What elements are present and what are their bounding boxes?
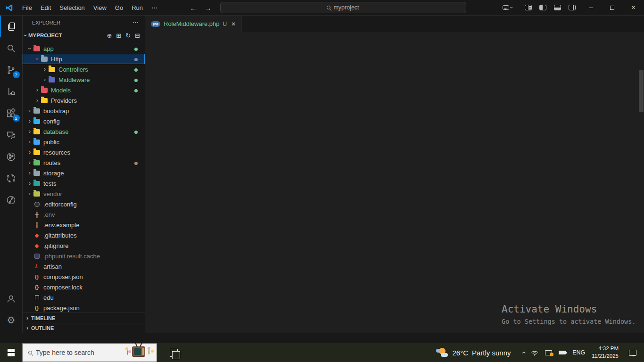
activity-chat[interactable]: [0, 124, 23, 146]
tree-item-Models[interactable]: ›Models: [23, 85, 145, 95]
search-highlight-decoration[interactable]: [122, 344, 156, 362]
activity-gitlens[interactable]: [0, 189, 23, 211]
tree-item-gitattributes[interactable]: ◆.gitattributes: [23, 230, 145, 240]
menu-item-selection[interactable]: Selection: [55, 2, 89, 13]
panel-timeline[interactable]: ›TIMELINE: [23, 313, 145, 323]
tree-item-public[interactable]: ›public: [23, 137, 145, 147]
display-connect-icon[interactable]: [545, 350, 552, 355]
tree-item-label: tests: [43, 180, 56, 187]
panel-outline[interactable]: ›OUTLINE: [23, 323, 145, 333]
git-status-dot: [134, 89, 138, 92]
tree-item-tests[interactable]: ›tests: [23, 178, 145, 189]
toggle-secondary-sidebar-icon[interactable]: [569, 5, 576, 10]
customize-layout-icon[interactable]: [525, 5, 532, 10]
tree-item-Providers[interactable]: ›Providers: [23, 95, 145, 106]
tree-item-storage[interactable]: ›storage: [23, 168, 145, 178]
restore-button[interactable]: [602, 0, 623, 15]
tree-item-bootstrap[interactable]: ›bootstrap: [23, 106, 145, 116]
editor-group: php RoleMiddleware.php U ✕ Activate Wind…: [145, 16, 644, 333]
activity-extensions[interactable]: 1: [0, 102, 23, 124]
minimize-button[interactable]: ─: [580, 0, 602, 15]
nav-forward-button[interactable]: →: [205, 4, 212, 12]
task-view-button[interactable]: [163, 343, 184, 362]
tree-item-packagejson[interactable]: {}package.json: [23, 303, 145, 313]
start-button[interactable]: [0, 343, 22, 362]
chevron-right-icon: ›: [33, 87, 41, 93]
tree-item-database[interactable]: ›database: [23, 126, 145, 137]
new-file-icon[interactable]: ⊕: [107, 32, 112, 39]
battery-icon[interactable]: [559, 351, 566, 354]
taskbar-search-box[interactable]: Type here to search: [22, 343, 157, 362]
file-tree: ›app›Http›Controllers›Middleware›Models›…: [23, 41, 145, 313]
tree-item-Http[interactable]: ›Http: [23, 54, 145, 64]
tree-item-envexample[interactable]: ╫.env.example: [23, 220, 145, 230]
close-button[interactable]: ✕: [623, 0, 644, 15]
folder-icon: [41, 98, 48, 103]
activity-search[interactable]: [0, 37, 23, 59]
tab-close-icon[interactable]: ✕: [231, 21, 236, 27]
search-icon: [6, 43, 17, 54]
tree-item-label: .phpunit.result.cache: [43, 253, 100, 260]
activity-settings[interactable]: ⚙: [0, 309, 23, 331]
taskbar-weather[interactable]: 26°C Partly sunny: [436, 347, 511, 358]
project-section-header[interactable]: › MYPROJECT ⊕⊞↻⊟: [23, 29, 145, 41]
explorer-more-actions-icon[interactable]: ⋯: [132, 19, 139, 26]
tab-rolemiddleware[interactable]: php RoleMiddleware.php U ✕: [145, 16, 242, 32]
activity-source-control[interactable]: 7: [0, 59, 23, 81]
tree-item-app[interactable]: ›app: [23, 43, 145, 54]
tree-item-label: routes: [43, 159, 60, 166]
new-folder-icon[interactable]: ⊞: [116, 32, 121, 39]
chevron-right-icon: ›: [26, 118, 33, 124]
tree-item-resources[interactable]: ›resources: [23, 147, 145, 157]
tree-item-label: composer.lock: [43, 284, 83, 291]
collapse-all-icon[interactable]: ⊟: [135, 32, 140, 39]
windows-taskbar: Type here to search 26°C Partly sunny ›: [0, 343, 644, 362]
menu-item-more[interactable]: ⋯: [147, 2, 162, 13]
menu-item-file[interactable]: File: [18, 2, 36, 13]
tree-item-Middleware[interactable]: ›Middleware: [23, 74, 145, 85]
tree-item-Controllers[interactable]: ›Controllers: [23, 64, 145, 74]
chevron-right-icon: ›: [41, 76, 49, 83]
wifi-icon[interactable]: [531, 350, 538, 356]
activity-git-history-diff[interactable]: [0, 167, 23, 189]
accounts-icon: [6, 293, 17, 304]
tree-item-config[interactable]: ›config: [23, 116, 145, 126]
tree-item-artisan[interactable]: Lartisan: [23, 261, 145, 272]
tree-item-vendor[interactable]: ›vendor: [23, 189, 145, 199]
chevron-down-icon: ›: [34, 55, 41, 63]
taskbar-clock[interactable]: 4:32 PM 11/21/2025: [592, 345, 619, 360]
input-language[interactable]: ENG: [572, 349, 585, 356]
tree-item-phpunitresultcache[interactable]: .phpunit.result.cache: [23, 251, 145, 261]
tree-item-edu[interactable]: edu: [23, 292, 145, 303]
toggle-sidebar-icon[interactable]: [539, 5, 546, 10]
activity-explorer[interactable]: [0, 16, 23, 37]
menu-item-edit[interactable]: Edit: [36, 2, 55, 13]
panel-label: TIMELINE: [31, 315, 55, 321]
tree-item-composerlock[interactable]: {}composer.lock: [23, 282, 145, 292]
menu-item-view[interactable]: View: [89, 2, 111, 13]
refresh-icon[interactable]: ↻: [125, 32, 131, 39]
menu-item-go[interactable]: Go: [111, 2, 127, 13]
menu-item-run[interactable]: Run: [127, 2, 147, 13]
chat-toggle-button[interactable]: ›: [503, 4, 512, 11]
tree-item-gitignore[interactable]: ◆.gitignore: [23, 240, 145, 251]
activity-accounts[interactable]: [0, 288, 23, 309]
tab-label: RoleMiddleware.php: [164, 20, 220, 27]
code-editor[interactable]: Activate Windows Go to Settings to activ…: [145, 43, 644, 333]
toggle-panel-icon[interactable]: [554, 5, 561, 10]
tree-item-routes[interactable]: ›routes: [23, 157, 145, 168]
tv-icon: [132, 346, 145, 357]
panel-label: OUTLINE: [31, 325, 54, 331]
command-center-search[interactable]: myproject: [220, 2, 466, 13]
action-center-icon[interactable]: [629, 350, 636, 356]
activity-run-and-debug[interactable]: [0, 81, 23, 102]
tray-expand-chevron[interactable]: ›: [522, 349, 525, 356]
tree-item-env[interactable]: ╫.env: [23, 209, 145, 220]
folder-icon: [33, 108, 40, 114]
tree-item-editorconfig[interactable]: .editorconfig: [23, 199, 145, 209]
editor-scrollbar[interactable]: [639, 70, 644, 112]
folder-icon: [41, 57, 48, 62]
tree-item-composerjson[interactable]: {}composer.json: [23, 272, 145, 282]
activity-git-graph[interactable]: [0, 146, 23, 167]
nav-back-button[interactable]: ←: [190, 4, 197, 12]
